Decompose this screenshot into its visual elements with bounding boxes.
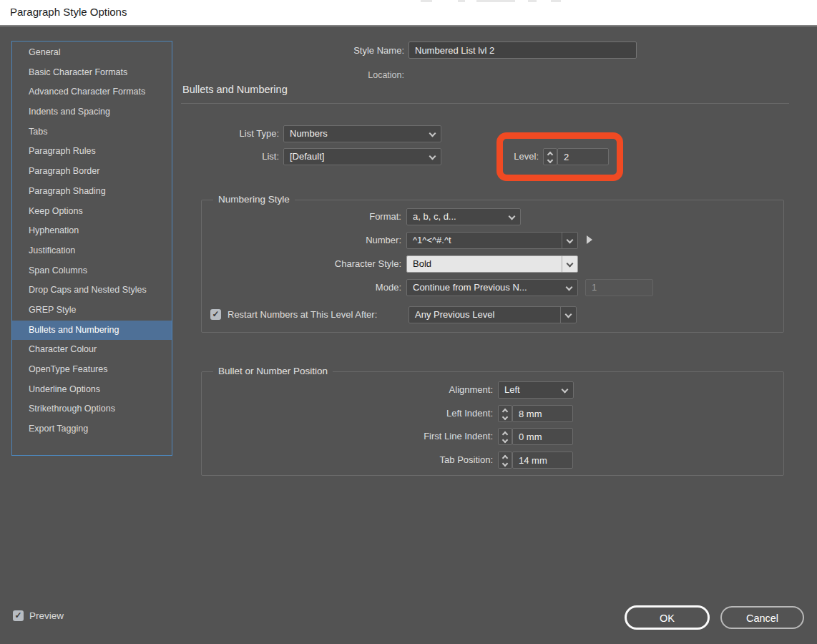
stepper-down-icon[interactable]	[547, 157, 553, 163]
chevron-down-icon	[509, 213, 516, 220]
left-indent-stepper[interactable]	[498, 405, 512, 422]
format-value: a, b, c, d...	[413, 211, 456, 222]
mode-start-number-field: 1	[585, 279, 653, 296]
alignment-label: Alignment:	[449, 381, 493, 399]
sidebar-item-bullets-and-numbering[interactable]: Bullets and Numbering	[12, 321, 172, 341]
first-line-indent-stepper[interactable]	[498, 428, 512, 445]
mode-start-number-value: 1	[592, 282, 597, 293]
tab-position-input[interactable]	[512, 452, 573, 469]
stepper-down-icon[interactable]	[502, 437, 508, 443]
chevron-down-icon	[429, 153, 436, 160]
section-divider	[181, 103, 789, 104]
character-style-label: Character Style:	[335, 255, 401, 273]
background-window-artifact	[458, 0, 465, 2]
background-window-artifact	[551, 0, 561, 2]
stepper-down-icon[interactable]	[502, 414, 508, 420]
alignment-value: Left	[504, 384, 520, 395]
list-type-label: List Type:	[240, 125, 279, 142]
tab-position-label: Tab Position:	[440, 452, 493, 469]
sidebar-item-grep-style[interactable]: GREP Style	[12, 301, 172, 321]
number-value: ^1^<^#.^t	[413, 235, 451, 245]
sidebar-item-paragraph-rules[interactable]: Paragraph Rules	[12, 142, 172, 162]
sidebar-item-character-colour[interactable]: Character Colour	[12, 340, 172, 360]
bullet-number-position-legend: Bullet or Number Position	[213, 366, 333, 376]
list-dropdown[interactable]: [Default]	[283, 148, 441, 165]
restart-level-dropdown-button[interactable]	[560, 307, 576, 323]
chevron-down-icon	[567, 237, 574, 244]
left-indent-label: Left Indent:	[446, 405, 493, 422]
ok-button[interactable]: OK	[625, 605, 710, 630]
character-style-dropdown[interactable]: Bold	[406, 255, 578, 273]
background-window-artifact	[528, 0, 537, 2]
character-style-value: Bold	[413, 258, 431, 269]
background-window-artifact	[421, 0, 432, 2]
restart-level-dropdown[interactable]: Any Previous Level	[408, 306, 577, 323]
restart-numbers-label: Restart Numbers at This Level After:	[228, 306, 377, 323]
sidebar-item-strikethrough-options[interactable]: Strikethrough Options	[12, 399, 172, 419]
numbering-style-legend: Numbering Style	[213, 194, 295, 205]
number-dropdown-button[interactable]	[562, 233, 577, 248]
sidebar-item-paragraph-border[interactable]: Paragraph Border	[12, 162, 172, 182]
sidebar-item-opentype-features[interactable]: OpenType Features	[12, 360, 172, 380]
chevron-down-icon	[565, 311, 572, 318]
dialog-titlebar: Paragraph Style Options	[0, 0, 817, 25]
list-value: [Default]	[290, 151, 324, 162]
format-dropdown[interactable]: a, b, c, d...	[406, 208, 521, 225]
character-style-dropdown-button[interactable]	[562, 256, 577, 272]
style-name-label: Style Name:	[353, 42, 404, 59]
sidebar-item-paragraph-shading[interactable]: Paragraph Shading	[12, 182, 172, 202]
style-name-input[interactable]	[408, 42, 637, 59]
list-type-dropdown[interactable]: Numbers	[283, 125, 441, 142]
section-heading: Bullets and Numbering	[182, 84, 288, 95]
sidebar-item-span-columns[interactable]: Span Columns	[12, 261, 172, 281]
mode-dropdown[interactable]: Continue from Previous N...	[406, 279, 578, 296]
sidebar-item-export-tagging[interactable]: Export Tagging	[12, 419, 172, 439]
sidebar-item-justification[interactable]: Justification	[12, 241, 172, 261]
preview-label: Preview	[29, 608, 64, 625]
cancel-button[interactable]: Cancel	[720, 606, 804, 629]
number-label: Number:	[366, 232, 401, 249]
number-combo-input[interactable]: ^1^<^#.^t	[406, 232, 578, 249]
list-label: List:	[262, 148, 279, 165]
options-sidebar: General Basic Character Formats Advanced…	[11, 41, 172, 456]
chevron-down-icon	[567, 260, 574, 268]
list-type-value: Numbers	[290, 128, 328, 139]
restart-level-value: Any Previous Level	[415, 309, 494, 320]
left-indent-input[interactable]	[512, 405, 573, 422]
sidebar-item-drop-caps-and-nested-styles[interactable]: Drop Caps and Nested Styles	[12, 280, 172, 301]
sidebar-item-general[interactable]: General	[12, 43, 172, 63]
preview-checkbox[interactable]: ✓	[13, 610, 24, 621]
sidebar-item-indents-and-spacing[interactable]: Indents and Spacing	[12, 102, 172, 122]
format-label: Format:	[369, 208, 401, 225]
sidebar-item-hyphenation[interactable]: Hyphenation	[12, 221, 172, 241]
sidebar-item-basic-character-formats[interactable]: Basic Character Formats	[12, 63, 172, 83]
level-stepper[interactable]	[543, 148, 557, 165]
alignment-dropdown[interactable]: Left	[498, 381, 574, 399]
chevron-down-icon	[562, 386, 569, 394]
sidebar-item-underline-options[interactable]: Underline Options	[12, 380, 172, 400]
background-window-artifact	[476, 0, 515, 2]
sidebar-item-advanced-character-formats[interactable]: Advanced Character Formats	[12, 82, 172, 102]
first-line-indent-label: First Line Indent:	[424, 428, 493, 445]
first-line-indent-input[interactable]	[512, 428, 573, 445]
mode-label: Mode:	[376, 279, 401, 296]
sidebar-item-tabs[interactable]: Tabs	[12, 122, 172, 142]
number-flyout-menu-icon[interactable]	[587, 235, 592, 244]
tab-position-stepper[interactable]	[498, 452, 512, 469]
level-input[interactable]	[557, 148, 609, 165]
restart-numbers-checkbox[interactable]: ✓	[210, 309, 221, 320]
chevron-down-icon	[429, 130, 436, 137]
stepper-down-icon[interactable]	[502, 461, 508, 467]
dialog-title: Paragraph Style Options	[10, 6, 127, 18]
chevron-down-icon	[566, 284, 573, 291]
mode-value: Continue from Previous N...	[413, 282, 527, 293]
sidebar-item-keep-options[interactable]: Keep Options	[12, 202, 172, 222]
location-label: Location:	[368, 67, 404, 84]
level-label: Level:	[514, 148, 539, 165]
paragraph-style-options-dialog: General Basic Character Formats Advanced…	[0, 25, 817, 644]
